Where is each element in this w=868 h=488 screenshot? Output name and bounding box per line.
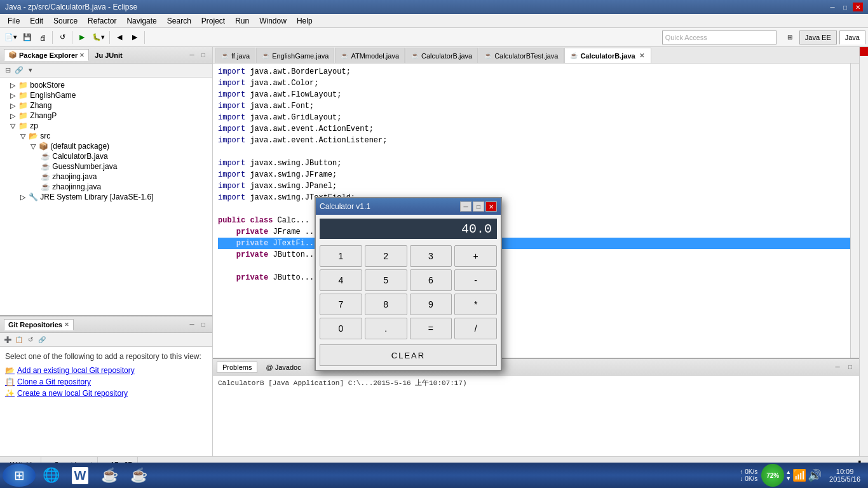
close-git-icon[interactable]: ✕ [64, 322, 69, 328]
calc-close-button[interactable]: ✕ [485, 201, 497, 212]
calc-minimize-button[interactable]: ─ [460, 201, 471, 212]
calc-btn-3[interactable]: 3 [410, 245, 452, 267]
calc-btn-dot[interactable]: . [365, 318, 407, 339]
bottom-content: CalculatorB [Java Application] C:\...201… [213, 376, 859, 456]
minimize-git-button[interactable]: ─ [187, 320, 197, 330]
title-bar: Java - zp/src/CalculatorB.java - Eclipse… [0, 0, 868, 14]
menu-search[interactable]: Search [162, 14, 196, 28]
minimize-button[interactable]: ─ [827, 3, 837, 11]
tree-zp[interactable]: ▽ 📁 zp [0, 121, 212, 131]
tab-git-repositories[interactable]: Git Repositories ✕ [4, 319, 74, 330]
back-button[interactable]: ◀ [112, 30, 126, 45]
menu-source[interactable]: Source [48, 14, 83, 28]
tree-zhaojinng[interactable]: ☕ zhaojinng.java [0, 182, 212, 192]
calc-btn-plus[interactable]: + [454, 245, 497, 267]
calc-btn-divide[interactable]: / [454, 318, 497, 339]
system-clock[interactable]: 10:09 2015/5/16 [824, 466, 865, 484]
editor-scrollbar[interactable] [850, 64, 859, 358]
calc-title-text: Calculator v1.1 [320, 202, 370, 211]
tree-zhangp[interactable]: ▷ 📁 ZhangP [0, 111, 212, 121]
tab-javadoc[interactable]: @ Javadoc [260, 362, 306, 373]
git-clone-link[interactable]: 📋 Clone a Git repository [5, 377, 207, 386]
calc-btn-6[interactable]: 6 [410, 269, 452, 291]
taskbar-java-button-1[interactable]: ☕ [95, 464, 123, 487]
calc-btn-5[interactable]: 5 [365, 269, 407, 291]
calc-btn-9[interactable]: 9 [410, 294, 452, 315]
tab-calculatorb-java-active[interactable]: ☕ CalculatorB.java ✕ [564, 48, 651, 63]
tab-calculatorbtest-java[interactable]: ☕ CalculatorBTest.java [478, 48, 564, 63]
menu-edit[interactable]: Edit [25, 14, 48, 28]
menu-project[interactable]: Project [196, 14, 230, 28]
quick-access-input[interactable]: Quick Access [662, 30, 776, 44]
new-button[interactable]: 📄▾ [3, 30, 19, 45]
calc-btn-4[interactable]: 4 [320, 269, 362, 291]
git-refresh-button[interactable]: ↺ [25, 335, 36, 345]
close-pkg-icon[interactable]: ✕ [79, 52, 85, 58]
taskbar-browser-button[interactable]: 🌐 [37, 464, 65, 487]
calculator-clear-button[interactable]: CLEAR [320, 344, 497, 366]
java-perspective[interactable]: Java [839, 30, 865, 44]
start-button[interactable]: ⊞ [3, 464, 36, 487]
calc-maximize-button[interactable]: □ [473, 201, 484, 212]
menu-run[interactable]: Run [230, 14, 254, 28]
calc-btn-0[interactable]: 0 [320, 318, 362, 339]
tab-atmmodel-java[interactable]: ☕ ATMmodel.java [335, 48, 405, 63]
calc-btn-equals[interactable]: = [410, 318, 452, 339]
library-icon: ▷ [20, 193, 25, 201]
taskbar-word-button[interactable]: W [66, 464, 94, 487]
tree-src[interactable]: ▽ 📂 src [0, 131, 212, 141]
tab-problems[interactable]: Problems [217, 362, 257, 373]
forward-button[interactable]: ▶ [128, 30, 142, 45]
tree-calculatorb[interactable]: ☕ CalculatorB.java [0, 151, 212, 161]
tree-menu-button[interactable]: ▾ [25, 65, 36, 76]
git-add-existing-link[interactable]: 📂 Add an existing local Git repository [5, 366, 207, 375]
tab-junit[interactable]: Ju JUnit [90, 49, 126, 61]
menu-window[interactable]: Window [254, 14, 292, 28]
print-button[interactable]: 🖨 [36, 30, 50, 45]
tab-ff-java[interactable]: ☕ ff.java [215, 48, 255, 63]
tree-zhaojing[interactable]: ☕ zhaojing.java [0, 172, 212, 182]
run-button[interactable]: ▶ [75, 30, 89, 45]
close-button[interactable]: ✕ [853, 3, 863, 11]
code-editor[interactable]: import java.awt.BorderLayout; import jav… [213, 64, 859, 358]
tree-zhang[interactable]: ▷ 📁 Zhang [0, 100, 212, 111]
tab-calculatorb-java-1[interactable]: ☕ CalculatorB.java [405, 48, 478, 63]
maximize-git-button[interactable]: □ [198, 320, 208, 330]
save-button[interactable]: 💾 [20, 30, 34, 45]
tree-guessnumber[interactable]: ☕ GuessNumber.java [0, 161, 212, 172]
git-link-button[interactable]: 🔗 [37, 335, 47, 345]
calc-btn-8[interactable]: 8 [365, 294, 407, 315]
tree-bookstore[interactable]: ▷ 📁 bookStore [0, 80, 212, 90]
tree-englishgame[interactable]: ▷ 📁 EnglishGame [0, 90, 212, 100]
menu-refactor[interactable]: Refactor [83, 14, 121, 28]
calc-btn-minus[interactable]: - [454, 269, 497, 291]
menu-help[interactable]: Help [292, 14, 318, 28]
calc-btn-1[interactable]: 1 [320, 245, 362, 267]
calc-btn-2[interactable]: 2 [365, 245, 407, 267]
git-clone-button[interactable]: 📋 [14, 335, 24, 345]
debug-button[interactable]: 🐛▾ [90, 30, 107, 45]
tree-jre[interactable]: ▷ 🔧 JRE System Library [JavaSE-1.6] [0, 192, 212, 202]
menu-navigate[interactable]: Navigate [121, 14, 161, 28]
taskbar-java-button-2[interactable]: ☕ [125, 464, 153, 487]
minimize-panel-button[interactable]: ─ [187, 50, 197, 60]
maximize-button[interactable]: □ [840, 3, 850, 11]
link-editor-button[interactable]: 🔗 [14, 65, 24, 76]
close-tab-icon[interactable]: ✕ [638, 52, 646, 60]
tab-englishgame-java[interactable]: ☕ EnglishGame.java [256, 48, 334, 63]
tab-package-explorer[interactable]: 📦 Package Explorer ✕ [4, 49, 89, 61]
open-perspective-button[interactable]: ⊞ [783, 30, 797, 45]
git-create-link[interactable]: ✨ Create a new local Git repository [5, 389, 207, 398]
minimize-bottom-button[interactable]: ─ [832, 362, 843, 372]
git-add-button[interactable]: ➕ [3, 335, 13, 345]
maximize-bottom-button[interactable]: □ [845, 362, 855, 372]
error-marker[interactable] [860, 47, 868, 56]
maximize-panel-button[interactable]: □ [198, 50, 208, 60]
menu-file[interactable]: File [3, 14, 25, 28]
collapse-all-button[interactable]: ⊟ [3, 65, 13, 76]
java-ee-perspective[interactable]: Java EE [799, 30, 837, 44]
calc-btn-multiply[interactable]: * [454, 294, 497, 315]
refresh-button[interactable]: ↺ [55, 30, 69, 45]
calc-btn-7[interactable]: 7 [320, 294, 362, 315]
tree-default-package[interactable]: ▽ 📦 (default package) [0, 141, 212, 151]
